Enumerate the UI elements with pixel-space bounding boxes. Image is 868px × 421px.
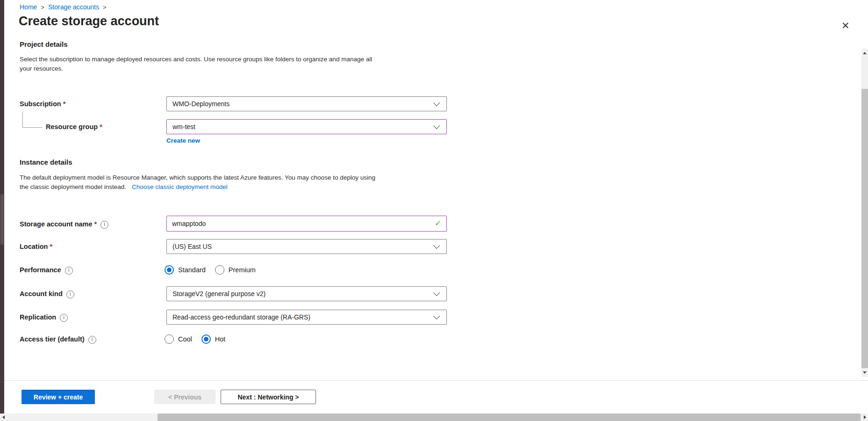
storage-account-name-label: Storage account name*i <box>20 216 108 232</box>
account-kind-label: Account kindi <box>20 286 74 301</box>
chevron-down-icon <box>433 123 440 129</box>
chevron-down-icon <box>433 242 440 249</box>
scroll-right-arrow-icon[interactable] <box>864 415 866 419</box>
info-icon[interactable]: i <box>88 336 96 344</box>
required-asterisk: * <box>100 123 102 131</box>
review-create-button[interactable]: Review + create <box>22 390 95 404</box>
account-kind-dropdown[interactable]: StorageV2 (general purpose v2) <box>166 286 447 301</box>
account-kind-selected-value: StorageV2 (general purpose v2) <box>172 290 265 298</box>
replication-selected-value: Read-access geo-redundant storage (RA-GR… <box>172 313 310 321</box>
breadcrumb-home-link[interactable]: Home <box>20 3 37 11</box>
previous-button[interactable]: < Previous <box>154 390 215 404</box>
radio-standard[interactable] <box>165 265 174 275</box>
next-networking-button[interactable]: Next : Networking > <box>221 390 316 404</box>
radio-hot-label[interactable]: Hot <box>215 335 226 343</box>
info-icon[interactable]: i <box>65 267 73 275</box>
vertical-scrollbar-thumb[interactable] <box>861 89 868 368</box>
vertical-scrollbar[interactable] <box>861 49 868 377</box>
project-details-description: Select the subscription to manage deploy… <box>20 55 372 73</box>
storage-account-name-label-text: Storage account name <box>20 220 93 228</box>
page-title: Create storage account <box>19 14 159 29</box>
footer-divider <box>4 380 868 381</box>
info-icon[interactable]: i <box>66 290 74 298</box>
access-tier-label: Access tier (default)i <box>20 332 96 347</box>
location-label: Location* <box>20 239 52 254</box>
access-tier-radio-group: Cool Hot <box>165 332 235 347</box>
radio-cool[interactable] <box>165 334 174 344</box>
account-kind-label-text: Account kind <box>20 290 63 298</box>
radio-premium-label[interactable]: Premium <box>229 266 256 274</box>
description-line-text: the classic deployment model instead. <box>20 183 126 190</box>
breadcrumb: Home>Storage accounts> <box>20 3 110 11</box>
info-icon[interactable]: i <box>60 314 68 322</box>
required-asterisk: * <box>63 100 66 108</box>
replication-label: Replicationi <box>20 310 68 325</box>
scroll-down-arrow-icon[interactable] <box>863 371 867 374</box>
instance-details-heading: Instance details <box>20 158 72 166</box>
create-new-link[interactable]: Create new <box>166 137 200 144</box>
radio-cool-label[interactable]: Cool <box>178 335 192 343</box>
scroll-up-arrow-icon[interactable] <box>863 52 867 54</box>
breadcrumb-separator: > <box>41 4 44 11</box>
replication-label-text: Replication <box>20 313 56 321</box>
location-selected-value: (US) East US <box>172 243 212 250</box>
choose-classic-deployment-link[interactable]: Choose classic deployment model <box>132 183 228 190</box>
location-label-text: Location <box>20 243 48 250</box>
resource-group-selected-value: wm-test <box>172 123 195 131</box>
instance-details-description: The default deployment model is Resource… <box>20 173 375 191</box>
radio-standard-label[interactable]: Standard <box>178 266 206 274</box>
create-storage-account-page: Home>Storage accounts> Create storage ac… <box>0 0 868 421</box>
horizontal-scrollbar[interactable] <box>0 414 868 421</box>
access-tier-label-text: Access tier (default) <box>20 335 85 343</box>
subscription-selected-value: WMO-Deployments <box>172 100 230 108</box>
collapsed-nav-strip <box>0 0 4 421</box>
storage-account-name-input[interactable] <box>166 216 447 232</box>
replication-dropdown[interactable]: Read-access geo-redundant storage (RA-GR… <box>166 310 447 325</box>
performance-radio-group: Standard Premium <box>165 262 265 277</box>
subscription-resource-group-connector <box>22 112 43 128</box>
horizontal-scrollbar-thumb[interactable] <box>158 414 861 421</box>
nav-scrollbar-thumb <box>0 194 4 245</box>
required-asterisk: * <box>94 220 97 228</box>
resource-group-dropdown[interactable]: wm-test <box>166 119 447 134</box>
description-line: The default deployment model is Resource… <box>20 173 375 182</box>
performance-label-text: Performance <box>20 266 61 274</box>
required-asterisk: * <box>50 243 52 250</box>
description-line: your resources. <box>20 64 372 73</box>
breadcrumb-storage-accounts-link[interactable]: Storage accounts <box>48 3 99 11</box>
storage-account-name-field-wrap: ✓ <box>166 216 447 232</box>
info-icon[interactable]: i <box>100 221 108 229</box>
breadcrumb-separator: > <box>103 4 107 11</box>
radio-premium[interactable] <box>215 265 224 275</box>
subscription-label-text: Subscription <box>20 100 61 108</box>
performance-label: Performancei <box>20 262 73 277</box>
resource-group-label: Resource group* <box>46 119 102 134</box>
chevron-down-icon <box>433 290 440 296</box>
chevron-down-icon <box>433 313 440 319</box>
project-details-heading: Project details <box>20 40 68 48</box>
scroll-left-arrow-icon[interactable] <box>2 415 5 419</box>
description-line: the classic deployment model instead. Ch… <box>20 182 375 192</box>
subscription-label: Subscription* <box>20 96 65 111</box>
description-line: Select the subscription to manage deploy… <box>20 55 372 64</box>
close-icon[interactable]: ✕ <box>841 21 850 30</box>
location-dropdown[interactable]: (US) East US <box>166 239 447 254</box>
subscription-dropdown[interactable]: WMO-Deployments <box>166 96 447 111</box>
chevron-down-icon <box>433 100 440 106</box>
resource-group-label-text: Resource group <box>46 123 98 131</box>
valid-check-icon: ✓ <box>435 218 441 228</box>
radio-hot[interactable] <box>201 334 211 344</box>
